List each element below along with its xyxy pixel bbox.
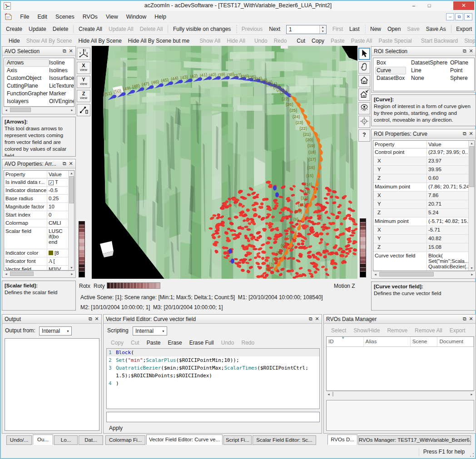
list-item-cuttingplane[interactable]: CuttingPlane	[5, 82, 49, 90]
close-icon[interactable]: ✕	[468, 48, 474, 54]
float-icon[interactable]: ⧉	[307, 316, 314, 322]
motion-z-label[interactable]: Motion Z	[334, 283, 355, 289]
menu-edit[interactable]: Edit	[34, 11, 52, 22]
new-button[interactable]: New	[367, 24, 384, 35]
grid-row[interactable]: Y39.95	[373, 166, 474, 174]
update-button[interactable]: Update	[25, 24, 50, 35]
rvos-column-id[interactable]: ID▾	[327, 337, 364, 346]
close-icon[interactable]: ✕	[94, 316, 100, 322]
mdi-restore-button[interactable]: ⧉	[455, 13, 463, 20]
mdi-close-button[interactable]: ✕	[464, 13, 472, 20]
output-tab[interactable]: Lo...	[54, 435, 78, 445]
cut-button[interactable]: Cut	[293, 35, 308, 46]
scroll-right-icon[interactable]: ►	[470, 393, 473, 396]
scroll-down-icon[interactable]: ▼	[470, 267, 473, 270]
output-tab[interactable]: Undo/...	[6, 435, 32, 445]
code-line[interactable]: 1.5);$ROICINbPoints;$ROICIIndex)	[107, 372, 319, 380]
grid-row[interactable]: Base radius0.25	[4, 195, 74, 203]
scroll-up-icon[interactable]: ▲	[470, 142, 473, 145]
horizontal-scrollbar[interactable]: ◄►	[326, 391, 474, 397]
horizontal-scrollbar[interactable]: ◄►	[373, 271, 475, 277]
close-icon[interactable]: ✕	[68, 48, 74, 54]
menu-scenes[interactable]: Scenes	[51, 11, 79, 22]
pointer-button[interactable]	[358, 48, 370, 60]
grid-row[interactable]: Z15.08	[373, 243, 474, 252]
list-item-point[interactable]: Point	[449, 67, 470, 74]
editor-tab[interactable]: Vector Field Editor: Curve ve...	[146, 434, 223, 445]
next-button[interactable]: Next	[266, 24, 283, 35]
menu-rvos[interactable]: RVOs	[79, 11, 102, 22]
last-button[interactable]: Last	[346, 24, 363, 35]
rvos-table[interactable]: ID▾AliasSceneDocument	[326, 336, 474, 391]
scripting-dropdown[interactable]: Internal▼	[133, 326, 167, 336]
maximize-button[interactable]: □	[422, 1, 436, 10]
apply-button[interactable]: Apply	[109, 425, 123, 431]
scroll-left-icon[interactable]: ◄	[374, 273, 377, 276]
scroll-right-icon[interactable]: ►	[70, 109, 74, 112]
fully-visible-on-changes-button[interactable]: Fully visible on changes	[170, 24, 234, 35]
rvos-column-scene[interactable]: Scene	[411, 337, 438, 346]
minimize-button[interactable]: –	[407, 1, 421, 10]
menu-window[interactable]: Window	[122, 11, 150, 22]
create-button[interactable]: Create	[3, 24, 25, 35]
home-button[interactable]	[358, 75, 370, 87]
float-icon[interactable]: ⧉	[61, 48, 68, 54]
list-item-isoline[interactable]: Isoline	[48, 59, 74, 67]
hide-all-by-scene-button[interactable]: Hide All By Scene	[75, 35, 124, 46]
grid-row[interactable]: X7.86	[373, 192, 474, 200]
code-line[interactable]: 2Set("min";ScalarPlus($ROICIPointMin;10)…	[107, 356, 319, 364]
list-item-oivengine[interactable]: OIVEngine	[48, 98, 74, 105]
list-item-marker[interactable]: Marker	[48, 90, 74, 98]
list-item-lictexture[interactable]: LicTexture	[48, 82, 74, 90]
help-button[interactable]: ?	[358, 129, 370, 142]
editor-command-input[interactable]	[106, 412, 320, 422]
grid-row[interactable]: Vector fieldM3!V	[4, 266, 74, 271]
list-item-axis[interactable]: Axis	[5, 67, 49, 74]
list-item-sphere[interactable]: Sphere	[449, 74, 470, 82]
grid-row[interactable]: Z0.60	[373, 174, 474, 183]
rotx-label[interactable]: Rotx	[79, 283, 90, 289]
scroll-up-icon[interactable]: ▲	[70, 172, 73, 175]
delete-button[interactable]: Delete	[50, 24, 72, 35]
grid-row[interactable]: Is invalid data r...✓T	[4, 178, 74, 187]
roi-selection-list[interactable]: BoxCurveDatasetBoxDatasetSphereLineNoneO…	[373, 58, 475, 91]
scroll-thumb[interactable]	[379, 272, 434, 276]
hand-button[interactable]	[358, 61, 370, 74]
toolbar-handle[interactable]	[235, 25, 237, 33]
roty-label[interactable]: Roty	[94, 283, 105, 289]
horizontal-scrollbar[interactable]: ◄►	[4, 271, 74, 276]
list-item-functiongrapher[interactable]: FunctionGrapher	[5, 90, 49, 98]
horizontal-scrollbar[interactable]: ◄►	[4, 107, 74, 113]
grid-row[interactable]: X-5.71	[373, 226, 474, 235]
list-item-datasetbox[interactable]: DatasetBox	[375, 74, 406, 82]
create-all-button[interactable]: Create All	[75, 24, 105, 35]
output-tab[interactable]: Dat...	[79, 435, 103, 445]
grid-row[interactable]: X23.97	[373, 157, 474, 166]
copy-button[interactable]: Copy	[308, 35, 327, 46]
float-icon[interactable]: ⧉	[61, 161, 68, 167]
list-item-line[interactable]: Line	[410, 67, 449, 74]
rvos-column-document[interactable]: Document	[437, 337, 474, 346]
axes-button[interactable]: zxy	[77, 48, 90, 60]
scroll-down-icon[interactable]: ▼	[70, 266, 73, 269]
float-icon[interactable]: ⧉	[461, 131, 468, 137]
scroll-thumb[interactable]	[10, 271, 34, 276]
resize-grip[interactable]	[470, 453, 474, 457]
mdi-minimize-button[interactable]: –	[446, 13, 454, 20]
grid-row[interactable]: Y20.71	[373, 200, 474, 209]
grid-row[interactable]: Magnitude factor10	[4, 203, 74, 211]
roi-properties-grid[interactable]: PropertyValueControl point(23.97; 39.95;…	[373, 140, 475, 271]
close-icon[interactable]: ✕	[314, 316, 320, 322]
view-all-button[interactable]	[358, 102, 370, 114]
menu-file[interactable]: File	[16, 11, 33, 22]
grid-row[interactable]: Indicator color[8	[4, 249, 74, 257]
select-button[interactable]: Select	[327, 326, 350, 335]
rotation-colormap-slider[interactable]	[107, 282, 160, 289]
scroll-thumb[interactable]	[10, 108, 31, 112]
spinner-arrows[interactable]: ▲▼	[319, 25, 326, 34]
list-item-arrows[interactable]: Arrows	[5, 59, 49, 67]
grid-row[interactable]: Control point(23.97; 39.95; 0....	[373, 148, 474, 157]
scroll-left-icon[interactable]: ◄	[5, 272, 8, 276]
avo-properties-grid[interactable]: PropertyValueIs invalid data r...✓TIndic…	[4, 170, 74, 271]
close-icon[interactable]: ✕	[468, 131, 474, 137]
